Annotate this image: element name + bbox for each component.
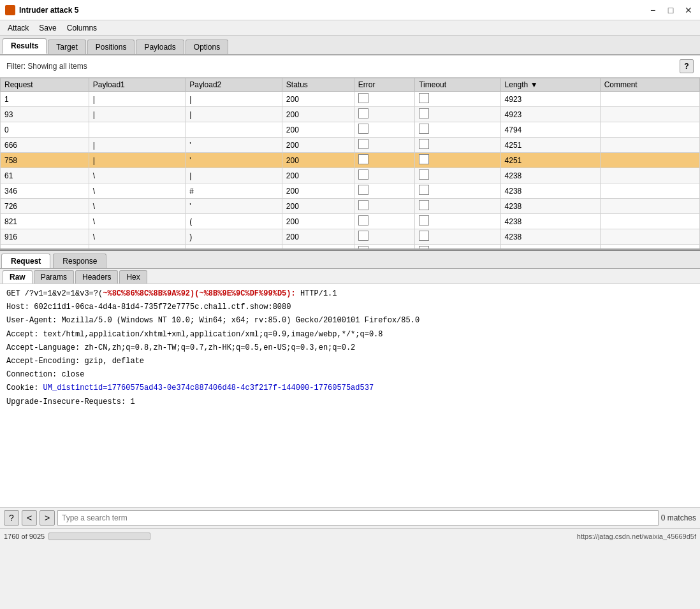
req-resp-tab-bar: Request Response [0, 251, 700, 269]
status-url: https://jatag.csdn.net/waixia_45669d5f [577, 533, 696, 540]
timeout-checkbox[interactable] [419, 124, 429, 134]
req-cookie-val: UM_distinctid=17760575ad43-0e374c887406d… [43, 383, 374, 392]
table-row[interactable]: 726\'2004238 [1, 199, 700, 214]
subtab-params[interactable]: Params [34, 270, 74, 283]
error-checkbox[interactable] [358, 139, 368, 149]
request-line-1: GET /?v1=1&v2=1&v3=?(~%8C%86%8C%8B%9A%92… [6, 288, 694, 300]
table-row[interactable]: 61\|2004238 [1, 168, 700, 183]
table-row[interactable]: 916\)2004238 [1, 229, 700, 245]
window-title: Intruder attack 5 [19, 6, 78, 15]
timeout-checkbox[interactable] [419, 154, 429, 164]
request-line-accept: Accept: text/html,application/xhtml+xml,… [6, 329, 694, 341]
menu-columns[interactable]: Columns [62, 22, 102, 34]
window-controls: − □ ✕ [646, 4, 695, 17]
tab-payloads[interactable]: Payloads [136, 39, 184, 54]
tab-options[interactable]: Options [186, 39, 228, 54]
req-accept-lang: Accept-Language: zh-CN,zh;q=0.8,zh-TW;q=… [6, 343, 355, 352]
error-checkbox[interactable] [358, 108, 368, 118]
table-row[interactable]: 1||2004923 [1, 92, 700, 107]
table-row[interactable]: 758|'2004251 [1, 153, 700, 168]
tab-target[interactable]: Target [48, 39, 85, 54]
search-help-button[interactable]: ? [4, 510, 19, 526]
col-comment[interactable]: Comment [600, 78, 699, 92]
sub-tab-bar: Raw Params Headers Hex [0, 269, 700, 284]
req-protocol: HTTP/1.1 [296, 289, 337, 298]
req-upgrade: Upgrade-Insecure-Requests: 1 [6, 398, 135, 406]
col-payload2[interactable]: Payload2 [186, 78, 282, 92]
search-bar: ? < > 0 matches [0, 507, 700, 528]
table-row[interactable]: 1201\,2004238 [1, 245, 700, 250]
request-line-cookie: Cookie: UM_distinctid=17760575ad43-0e374… [6, 382, 694, 394]
tab-response[interactable]: Response [53, 254, 106, 268]
col-status[interactable]: Status [282, 78, 354, 92]
error-checkbox[interactable] [358, 169, 368, 180]
col-length[interactable]: Length ▼ [500, 78, 600, 92]
subtab-headers[interactable]: Headers [75, 270, 118, 283]
subtab-raw[interactable]: Raw [3, 270, 33, 283]
req-cookie-label: Cookie: [6, 383, 43, 392]
close-button[interactable]: ✕ [682, 4, 695, 17]
timeout-checkbox[interactable] [419, 139, 429, 149]
error-checkbox[interactable] [358, 93, 368, 103]
req-useragent: User-Agent: Mozilla/5.0 (Windows NT 10.0… [6, 316, 419, 325]
status-count: 1760 of 9025 [4, 533, 45, 540]
filter-help-button[interactable]: ? [680, 59, 694, 73]
req-connection: Connection: close [6, 370, 84, 379]
col-error[interactable]: Error [354, 78, 414, 92]
error-checkbox[interactable] [358, 231, 368, 241]
request-line-conn: Connection: close [6, 369, 694, 381]
timeout-checkbox[interactable] [419, 231, 429, 241]
table-row[interactable]: 02004794 [1, 122, 700, 138]
main-tab-bar: Results Target Positions Payloads Option… [0, 36, 700, 55]
error-checkbox[interactable] [358, 215, 368, 226]
col-request[interactable]: Request [1, 78, 89, 92]
results-table-container: Request Payload1 Payload2 Status Error T… [0, 78, 700, 250]
maximize-button[interactable]: □ [664, 4, 677, 17]
status-bar: 1760 of 9025 https://jatag.csdn.net/waix… [0, 528, 700, 543]
search-input[interactable] [57, 510, 659, 526]
req-accept-enc: Accept-Encoding: gzip, deflate [6, 357, 144, 366]
app-icon [5, 5, 15, 15]
table-row[interactable]: 666|'2004251 [1, 138, 700, 153]
tab-request[interactable]: Request [1, 254, 50, 268]
search-next-button[interactable]: > [40, 510, 55, 526]
error-checkbox[interactable] [358, 154, 368, 164]
timeout-checkbox[interactable] [419, 246, 429, 250]
request-line-upgrade: Upgrade-Insecure-Requests: 1 [6, 396, 694, 408]
error-checkbox[interactable] [358, 124, 368, 134]
filter-bar: Filter: Showing all items ? [0, 55, 700, 78]
table-row[interactable]: 821\(2004238 [1, 214, 700, 229]
status-left-area: 1760 of 9025 [4, 533, 150, 540]
timeout-checkbox[interactable] [419, 215, 429, 226]
timeout-checkbox[interactable] [419, 108, 429, 118]
search-matches: 0 matches [661, 513, 696, 522]
timeout-checkbox[interactable] [419, 185, 429, 195]
error-checkbox[interactable] [358, 185, 368, 195]
req-host: Host: 602c11d1-06ca-4d4a-81d4-735f72e777… [6, 303, 291, 312]
col-payload1[interactable]: Payload1 [89, 78, 186, 92]
table-row[interactable]: 346\#2004238 [1, 183, 700, 199]
title-bar-left: Intruder attack 5 [5, 5, 78, 15]
error-checkbox[interactable] [358, 200, 368, 210]
req-accept: Accept: text/html,application/xhtml+xml,… [6, 330, 383, 339]
request-line-accept-enc: Accept-Encoding: gzip, deflate [6, 355, 694, 368]
subtab-hex[interactable]: Hex [119, 270, 147, 283]
req-url-highlight: ~%8C%86%8C%8B%9A%92)(~%8B%9E%9C%DF%99%D5… [103, 289, 295, 298]
tab-positions[interactable]: Positions [87, 39, 135, 54]
request-line-host: Host: 602c11d1-06ca-4d4a-81d4-735f72e777… [6, 301, 694, 313]
menu-save[interactable]: Save [34, 22, 61, 34]
menu-bar: Attack Save Columns [0, 20, 700, 36]
timeout-checkbox[interactable] [419, 200, 429, 210]
timeout-checkbox[interactable] [419, 93, 429, 103]
menu-attack[interactable]: Attack [3, 22, 34, 34]
search-prev-button[interactable]: < [22, 510, 37, 526]
col-timeout[interactable]: Timeout [415, 78, 500, 92]
req-method-url-prefix: GET /?v1=1&v2=1&v3=?( [6, 289, 103, 298]
title-bar: Intruder attack 5 − □ ✕ [0, 0, 700, 20]
error-checkbox[interactable] [358, 246, 368, 250]
request-body: GET /?v1=1&v2=1&v3=?(~%8C%86%8C%8B%9A%92… [0, 284, 700, 507]
minimize-button[interactable]: − [646, 4, 659, 17]
timeout-checkbox[interactable] [419, 169, 429, 180]
table-row[interactable]: 93||2004923 [1, 107, 700, 122]
tab-results[interactable]: Results [3, 38, 47, 54]
